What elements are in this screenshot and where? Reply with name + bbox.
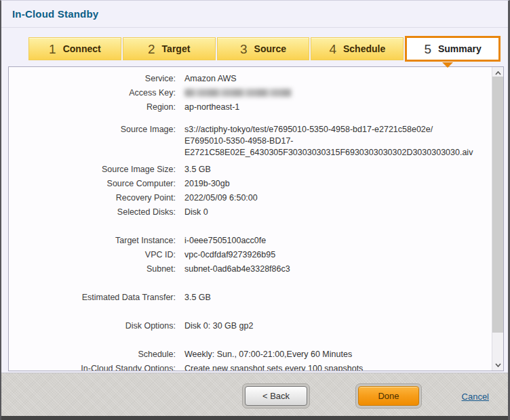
service-label: Service:	[9, 72, 176, 86]
back-button-ring: < Back	[242, 383, 310, 408]
row-vpc-id: VPC ID: vpc-0cdfdaf9273926b95	[9, 248, 491, 262]
standby-options-value: Create new snapshot sets every 100 snaps…	[184, 362, 363, 371]
schedule-label: Schedule:	[9, 348, 176, 362]
cancel-link[interactable]: Cancel	[462, 392, 489, 402]
row-schedule: Schedule: Weekly: Sun., 07:00-21:00,Ever…	[9, 348, 491, 362]
window-bottom-border	[1, 416, 508, 420]
row-source-computer: Source Computer: 2019b-30gb	[9, 177, 491, 191]
tab-connect-label: Connect	[63, 43, 101, 54]
row-estimated-transfer: Estimated Data Transfer: 3.5 GB	[9, 291, 491, 305]
tab-summary-number: 5	[424, 43, 431, 56]
summary-rows: Service: Amazon AWS Access Key: Region: …	[9, 67, 491, 371]
tab-target-number: 2	[148, 43, 155, 56]
subnet-label: Subnet:	[9, 262, 176, 276]
back-button[interactable]: < Back	[245, 386, 307, 406]
tab-summary-label: Summary	[438, 43, 482, 54]
vertical-scrollbar[interactable]	[492, 67, 503, 371]
source-image-line2: E7695010-5350-4958-BD17-	[184, 135, 473, 147]
selected-disks-value: Disk 0	[184, 205, 208, 219]
row-service: Service: Amazon AWS	[9, 72, 491, 86]
row-access-key: Access Key:	[9, 86, 491, 100]
dialog-title: In-Cloud Standby	[12, 8, 98, 20]
row-region: Region: ap-northeast-1	[9, 100, 491, 114]
source-computer-value: 2019b-30gb	[184, 177, 230, 191]
tab-source[interactable]: 3 Source	[217, 37, 310, 60]
recovery-point-value: 2022/05/09 6:50:00	[184, 191, 258, 205]
estimated-transfer-label: Estimated Data Transfer:	[9, 291, 176, 305]
selected-disks-label: Selected Disks:	[9, 205, 176, 219]
scrollbar-thumb[interactable]	[492, 77, 503, 333]
row-disk-options: Disk Options: Disk 0: 30 GB gp2	[9, 319, 491, 333]
source-image-label: Source Image:	[9, 124, 176, 159]
access-key-redacted-blur	[184, 89, 292, 97]
tab-target[interactable]: 2 Target	[123, 37, 216, 60]
tab-connect[interactable]: 1 Connect	[28, 37, 121, 60]
source-image-line1: s3://actiphy-tokyo/test/e7695010-5350-49…	[184, 124, 473, 135]
tab-summary[interactable]: 5 Summary	[405, 36, 501, 62]
tab-schedule-number: 4	[329, 43, 336, 56]
source-computer-label: Source Computer:	[9, 177, 176, 191]
tab-connect-number: 1	[49, 43, 56, 56]
dialog-titlebar: In-Cloud Standby	[1, 1, 508, 28]
active-tab-pointer-icon	[442, 62, 453, 68]
vpc-id-label: VPC ID:	[9, 248, 176, 262]
done-button[interactable]: Done	[358, 386, 419, 406]
access-key-label: Access Key:	[9, 86, 176, 100]
vpc-id-value: vpc-0cdfdaf9273926b95	[184, 248, 275, 262]
row-source-image: Source Image: s3://actiphy-tokyo/test/e7…	[9, 124, 491, 159]
scroll-down-icon[interactable]	[492, 360, 503, 370]
tab-schedule-label: Schedule	[343, 43, 385, 54]
done-button-ring: Done	[355, 383, 422, 408]
source-image-line3: E2721C58E02E_6430305F30303030315F6930303…	[184, 147, 473, 159]
region-label: Region:	[9, 100, 176, 114]
in-cloud-standby-dialog: In-Cloud Standby 1 Connect 2 Target 3 So…	[0, 0, 510, 420]
row-source-image-size: Source Image Size: 3.5 GB	[9, 163, 491, 177]
estimated-transfer-value: 3.5 GB	[184, 291, 211, 305]
summary-panel: Service: Amazon AWS Access Key: Region: …	[8, 66, 504, 371]
access-key-value	[184, 86, 292, 100]
row-subnet: Subnet: subnet-0ad6ab4e3328f86c3	[9, 262, 491, 276]
standby-options-label: In-Cloud Standy Options:	[9, 362, 176, 371]
schedule-value: Weekly: Sun., 07:00-21:00,Every 60 Minut…	[184, 348, 352, 362]
service-value: Amazon AWS	[184, 72, 237, 86]
disk-options-label: Disk Options:	[9, 319, 176, 333]
target-instance-label: Target Instance:	[9, 234, 176, 248]
subnet-value: subnet-0ad6ab4e3328f86c3	[184, 262, 290, 276]
source-image-size-label: Source Image Size:	[9, 163, 176, 177]
row-selected-disks: Selected Disks: Disk 0	[9, 205, 491, 219]
wizard-step-tabs: 1 Connect 2 Target 3 Source 4 Schedule 5…	[28, 37, 501, 60]
dialog-footer: < Back Done Cancel	[1, 373, 508, 417]
tab-target-label: Target	[162, 43, 191, 54]
target-instance-value: i-0eee7505100acc0fe	[184, 234, 266, 248]
tab-source-label: Source	[254, 43, 286, 54]
region-value: ap-northeast-1	[184, 100, 239, 114]
source-image-size-value: 3.5 GB	[184, 163, 211, 177]
row-recovery-point: Recovery Point: 2022/05/09 6:50:00	[9, 191, 491, 205]
tab-schedule[interactable]: 4 Schedule	[311, 37, 404, 60]
row-standby-options: In-Cloud Standy Options: Create new snap…	[9, 362, 491, 371]
disk-options-value: Disk 0: 30 GB gp2	[184, 319, 253, 333]
source-image-value: s3://actiphy-tokyo/test/e7695010-5350-49…	[184, 124, 473, 159]
recovery-point-label: Recovery Point:	[9, 191, 176, 205]
row-target-instance: Target Instance: i-0eee7505100acc0fe	[9, 234, 491, 248]
tab-source-number: 3	[240, 43, 248, 56]
